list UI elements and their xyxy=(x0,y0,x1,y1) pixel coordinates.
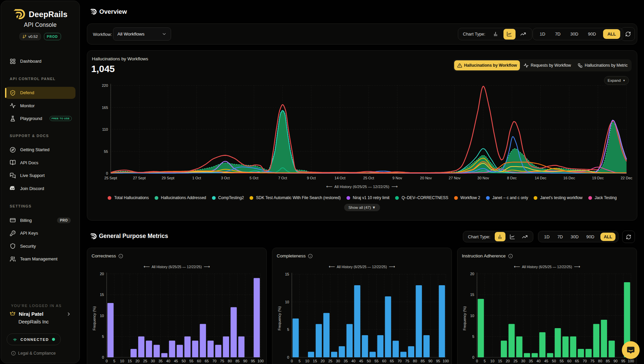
svg-text:20: 20 xyxy=(100,272,104,276)
svg-text:25: 25 xyxy=(143,359,147,363)
svg-text:35: 35 xyxy=(529,359,533,363)
svg-text:15: 15 xyxy=(313,359,317,363)
svg-text:5: 5 xyxy=(472,335,474,339)
svg-text:100: 100 xyxy=(628,359,634,363)
svg-text:5: 5 xyxy=(299,359,301,363)
svg-text:90: 90 xyxy=(428,359,432,363)
svg-text:25: 25 xyxy=(328,359,332,363)
svg-text:45: 45 xyxy=(544,359,548,363)
svg-text:100: 100 xyxy=(443,359,449,363)
svg-text:65: 65 xyxy=(575,359,579,363)
svg-text:0: 0 xyxy=(287,355,289,359)
svg-text:Frequency (%): Frequency (%) xyxy=(92,306,96,330)
svg-text:10: 10 xyxy=(490,359,494,363)
svg-text:15: 15 xyxy=(128,359,132,363)
svg-text:75: 75 xyxy=(405,359,409,363)
svg-text:40: 40 xyxy=(536,359,540,363)
svg-text:0: 0 xyxy=(291,359,293,363)
svg-text:0: 0 xyxy=(476,359,478,363)
svg-text:85: 85 xyxy=(606,359,610,363)
svg-text:25: 25 xyxy=(514,359,518,363)
svg-text:60: 60 xyxy=(382,359,386,363)
svg-text:100: 100 xyxy=(258,359,264,363)
svg-text:45: 45 xyxy=(174,359,178,363)
svg-text:30: 30 xyxy=(521,359,525,363)
svg-text:15: 15 xyxy=(100,293,104,297)
svg-text:40: 40 xyxy=(351,359,355,363)
svg-text:50: 50 xyxy=(367,359,371,363)
svg-text:55: 55 xyxy=(189,359,193,363)
svg-text:30: 30 xyxy=(151,359,155,363)
svg-text:60: 60 xyxy=(567,359,571,363)
svg-text:0: 0 xyxy=(106,359,108,363)
svg-text:95: 95 xyxy=(621,359,625,363)
svg-text:10: 10 xyxy=(120,359,124,363)
svg-text:95: 95 xyxy=(251,359,255,363)
svg-text:10: 10 xyxy=(100,314,104,318)
svg-text:90: 90 xyxy=(243,359,247,363)
svg-text:20: 20 xyxy=(506,359,510,363)
svg-text:20: 20 xyxy=(470,272,474,276)
svg-text:65: 65 xyxy=(390,359,394,363)
svg-text:30: 30 xyxy=(336,359,340,363)
svg-text:70: 70 xyxy=(397,359,401,363)
svg-text:55: 55 xyxy=(374,359,378,363)
svg-text:80: 80 xyxy=(228,359,232,363)
svg-text:5: 5 xyxy=(484,359,486,363)
svg-text:85: 85 xyxy=(235,359,239,363)
svg-text:45: 45 xyxy=(359,359,363,363)
svg-text:35: 35 xyxy=(344,359,348,363)
svg-text:0: 0 xyxy=(472,355,474,359)
svg-text:90: 90 xyxy=(613,359,618,363)
svg-text:80: 80 xyxy=(598,359,602,363)
svg-text:65: 65 xyxy=(205,359,209,363)
svg-text:55: 55 xyxy=(559,359,564,363)
svg-text:20: 20 xyxy=(321,359,325,363)
svg-text:5: 5 xyxy=(113,359,115,363)
svg-text:40: 40 xyxy=(166,359,170,363)
svg-text:10: 10 xyxy=(305,359,309,363)
svg-text:5: 5 xyxy=(287,327,289,331)
svg-text:10: 10 xyxy=(285,300,289,304)
svg-text:0: 0 xyxy=(102,355,104,359)
svg-text:95: 95 xyxy=(436,359,440,363)
svg-text:10: 10 xyxy=(470,314,474,318)
svg-text:70: 70 xyxy=(212,359,216,363)
svg-text:20: 20 xyxy=(136,359,140,363)
svg-text:Frequency (%): Frequency (%) xyxy=(463,306,467,330)
svg-text:35: 35 xyxy=(158,359,162,363)
svg-text:50: 50 xyxy=(552,359,556,363)
svg-text:Frequency (%): Frequency (%) xyxy=(277,306,281,330)
svg-text:85: 85 xyxy=(421,359,425,363)
svg-text:70: 70 xyxy=(583,359,587,363)
svg-text:15: 15 xyxy=(470,293,474,297)
svg-text:15: 15 xyxy=(285,272,289,276)
svg-text:15: 15 xyxy=(498,359,502,363)
svg-text:50: 50 xyxy=(181,359,185,363)
svg-text:60: 60 xyxy=(197,359,201,363)
svg-text:5: 5 xyxy=(102,335,104,339)
svg-text:80: 80 xyxy=(413,359,417,363)
svg-text:75: 75 xyxy=(590,359,594,363)
svg-text:75: 75 xyxy=(220,359,224,363)
